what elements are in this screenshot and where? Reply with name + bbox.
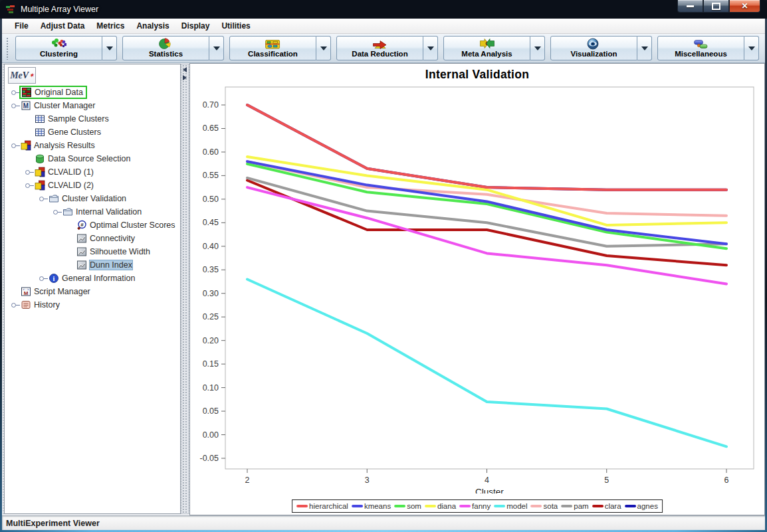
tree-item-script-manager[interactable]: <··>MScript Manager <box>5 285 180 298</box>
legend-label: som <box>407 502 421 510</box>
legend-swatch-icon <box>531 505 542 507</box>
menu-item-adjust-data[interactable]: Adjust Data <box>35 19 91 33</box>
svg-text:0.45: 0.45 <box>203 218 219 227</box>
legend-item-fanny: fanny <box>459 502 491 510</box>
collapse-right-icon[interactable] <box>183 75 187 80</box>
script-manager-icon: <··>M <box>21 286 31 297</box>
toolbar-group-clustering: Clustering <box>15 36 117 60</box>
tree-expand-handle[interactable] <box>9 303 20 308</box>
toolbar-dropdown-miscellaneous[interactable] <box>744 36 759 60</box>
toolbar-button-meta-analysis[interactable]: Meta Analysis <box>443 36 530 60</box>
toolbar-group-miscellaneous: Miscellaneous <box>657 36 759 60</box>
toolbar-button-visualization[interactable]: Visualization <box>550 36 637 60</box>
toolbar-grip[interactable] <box>6 37 9 60</box>
tree-item-silhouette-width[interactable]: Silhouette Width <box>5 245 180 258</box>
svg-text:0.40: 0.40 <box>203 242 219 251</box>
toolbar-dropdown-meta-analysis[interactable] <box>530 36 545 60</box>
analysis-icon <box>21 140 31 151</box>
tree-item-dunn-index[interactable]: Dunn Index <box>5 258 180 272</box>
menu-item-metrics[interactable]: Metrics <box>90 19 130 33</box>
tree-item-label: Analysis Results <box>34 141 95 150</box>
svg-text:2: 2 <box>245 476 250 485</box>
toolbar-button-label: Visualization <box>570 50 617 58</box>
toolbar-button-label: Data Reduction <box>352 50 407 58</box>
svg-text:6: 6 <box>724 476 729 485</box>
svg-text:i: i <box>53 275 55 282</box>
tree-expand-handle[interactable] <box>9 104 20 108</box>
tree-expand-handle[interactable] <box>37 197 48 201</box>
legend-item-clara: clara <box>592 502 621 510</box>
toolbar-group-visualization: Visualization <box>550 36 652 60</box>
tree-item-label: Connectivity <box>90 234 135 243</box>
maximize-icon <box>712 3 720 10</box>
menu-item-file[interactable]: File <box>9 19 35 33</box>
tree-item-cluster-manager[interactable]: MCluster Manager <box>5 99 180 112</box>
maximize-button[interactable] <box>703 0 729 13</box>
tree-expand-handle[interactable] <box>23 183 34 188</box>
tree-item-optimal-cluster-scores[interactable]: #Optimal Cluster Scores <box>5 219 180 232</box>
tree-item-connectivity[interactable]: Connectivity <box>5 232 180 245</box>
tree-expand-handle[interactable] <box>23 170 34 175</box>
toolbar-dropdown-data-reduction[interactable] <box>423 36 438 60</box>
toolbar-dropdown-statistics[interactable] <box>209 36 224 60</box>
mev-logo: MeV✶ <box>8 67 36 84</box>
close-icon: ✕ <box>741 2 748 10</box>
legend-item-model: model <box>494 502 527 510</box>
legend-label: model <box>506 502 527 510</box>
heatmap-icon <box>21 87 32 98</box>
tree-item-sample-clusters[interactable]: Sample Clusters <box>5 112 180 126</box>
toolbar-button-miscellaneous[interactable]: Miscellaneous <box>657 36 744 60</box>
split-divider[interactable] <box>181 64 189 514</box>
info-icon: i <box>49 273 59 284</box>
tree-expand-handle[interactable] <box>9 143 20 148</box>
legend-item-hierarchical: hierarchical <box>296 502 348 510</box>
svg-text:0.00: 0.00 <box>203 430 219 440</box>
menu-item-analysis[interactable]: Analysis <box>130 19 175 33</box>
toolbar-button-clustering[interactable]: Clustering <box>15 36 102 60</box>
toolbar-button-label: Statistics <box>149 50 183 58</box>
menu-item-display[interactable]: Display <box>175 19 216 33</box>
analysis-icon <box>35 167 45 177</box>
tree-item-history[interactable]: History <box>5 298 180 311</box>
title-bar[interactable]: Multiple Array Viewer ✕ <box>0 0 767 19</box>
tree-item-cluster-validation[interactable]: Cluster Validation <box>5 192 180 205</box>
legend-label: diana <box>437 502 456 510</box>
toolbar-button-data-reduction[interactable]: Data Reduction <box>336 36 423 60</box>
menu-item-utilities[interactable]: Utilities <box>215 19 256 33</box>
tree-item-gene-clusters[interactable]: Gene Clusters <box>5 126 180 139</box>
legend-item-sota: sota <box>531 502 558 510</box>
tree-item-internal-validation[interactable]: Internal Validation <box>5 205 180 219</box>
minimize-button[interactable] <box>677 0 703 13</box>
toolbar-dropdown-visualization[interactable] <box>637 36 652 60</box>
tree-item-general-information[interactable]: iGeneral Information <box>5 272 180 285</box>
toolbar-button-classification[interactable]: Classification <box>229 36 316 60</box>
tree-expand-handle[interactable] <box>51 210 62 215</box>
svg-text:0.15: 0.15 <box>203 359 219 369</box>
legend-swatch-icon <box>459 505 471 507</box>
legend-label: sota <box>544 502 558 510</box>
tree-item-clvalid-2[interactable]: CLVALID (2) <box>5 179 180 192</box>
svg-text:0.55: 0.55 <box>203 171 219 180</box>
tree-item-data-source-selection[interactable]: Data Source Selection <box>5 152 180 165</box>
tree-expand-handle[interactable] <box>9 90 20 95</box>
tree-item-label: Original Data <box>35 88 83 97</box>
collapse-left-icon[interactable] <box>183 67 187 72</box>
tree-item-original-data[interactable]: Original Data <box>5 86 180 99</box>
tree-item-analysis-results[interactable]: Analysis Results <box>5 139 180 152</box>
mev-logo-text: MeV <box>10 70 29 81</box>
tree-item-label: Optimal Cluster Scores <box>90 221 175 230</box>
toolbar-button-statistics[interactable]: Statistics <box>122 36 209 60</box>
close-button[interactable]: ✕ <box>729 0 760 13</box>
tree-item-label: Sample Clusters <box>48 114 109 124</box>
chevron-down-icon <box>320 46 327 50</box>
toolbar-dropdown-classification[interactable] <box>316 36 331 60</box>
analysis-icon <box>35 180 45 191</box>
chart-legend: hierarchicalkmeanssomdianafannymodelsota… <box>292 499 663 513</box>
toolbar-dropdown-clustering[interactable] <box>102 36 117 60</box>
tree-expand-handle[interactable] <box>37 276 48 281</box>
toolbar: ClusteringStatisticsClassificationData R… <box>2 34 765 63</box>
tree-item-clvalid-1[interactable]: CLVALID (1) <box>5 165 180 179</box>
tree-item-label: Internal Validation <box>76 207 142 217</box>
navigation-tree: Original DataMCluster ManagerSample Clus… <box>5 86 180 311</box>
legend-swatch-icon <box>561 505 572 507</box>
